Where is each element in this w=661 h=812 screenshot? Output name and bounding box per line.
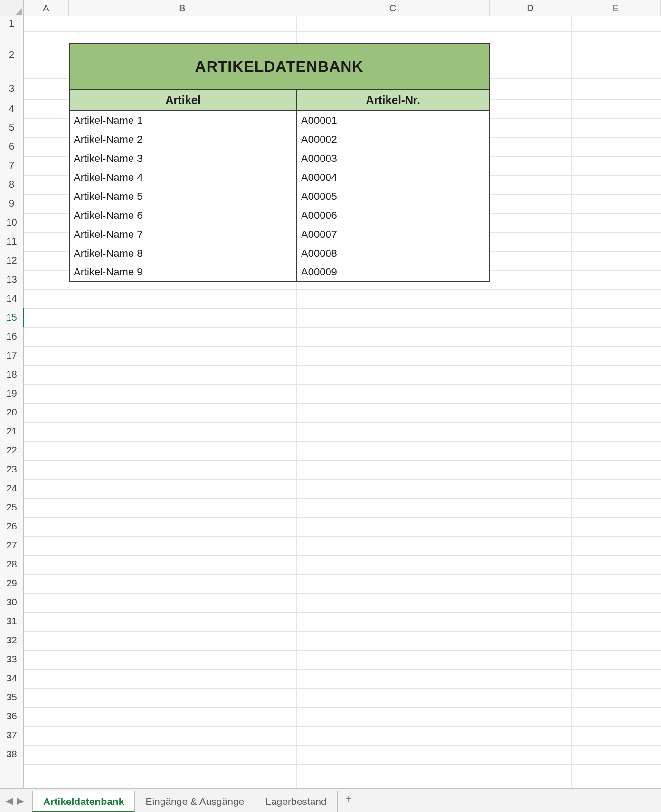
cell-article-name[interactable]: Artikel-Name 8 xyxy=(69,244,296,263)
table-row[interactable]: Artikel-Name 5A00005 xyxy=(69,187,490,206)
sheet-tab[interactable]: Eingänge & Ausgänge xyxy=(135,791,255,812)
row-header-33[interactable]: 33 xyxy=(0,650,23,669)
sheet-nav-buttons: ◀ ▶ xyxy=(0,789,32,812)
row-header-11[interactable]: 11 xyxy=(0,232,23,251)
cell-article-name[interactable]: Artikel-Name 4 xyxy=(69,168,296,187)
select-all-corner[interactable] xyxy=(0,0,24,16)
row-header-9[interactable]: 9 xyxy=(0,194,23,213)
table-row[interactable]: Artikel-Name 2A00002 xyxy=(69,130,490,149)
cell-article-nr[interactable]: A00009 xyxy=(296,263,490,282)
column-header-D[interactable]: D xyxy=(490,0,571,16)
row-header-34[interactable]: 34 xyxy=(0,669,23,688)
sheet-nav-next-icon[interactable]: ▶ xyxy=(17,795,24,806)
sheet-nav-prev-icon[interactable]: ◀ xyxy=(6,795,13,806)
cell-article-nr[interactable]: A00001 xyxy=(296,111,490,130)
row-header-6[interactable]: 6 xyxy=(0,137,23,156)
cell-article-name[interactable]: Artikel-Name 2 xyxy=(69,130,296,149)
row-header-7[interactable]: 7 xyxy=(0,156,23,175)
table-row[interactable]: Artikel-Name 1A00001 xyxy=(69,111,490,130)
row-header-19[interactable]: 19 xyxy=(0,384,23,403)
row-header-14[interactable]: 14 xyxy=(0,289,23,308)
row-headers: 1234567891011121314151617181920212223242… xyxy=(0,16,24,788)
row-header-17[interactable]: 17 xyxy=(0,346,23,365)
table-row[interactable]: Artikel-Name 4A00004 xyxy=(69,168,490,187)
column-headers: ABCDE xyxy=(24,0,661,16)
cell-article-nr[interactable]: A00006 xyxy=(296,206,490,225)
row-header-5[interactable]: 5 xyxy=(0,118,23,137)
row-header-13[interactable]: 13 xyxy=(0,270,23,289)
column-header-B[interactable]: B xyxy=(69,0,296,16)
column-header-article-nr[interactable]: Artikel-Nr. xyxy=(296,90,490,111)
column-header-A[interactable]: A xyxy=(24,0,69,16)
column-header-C[interactable]: C xyxy=(296,0,490,16)
sheet-tab-bar: ◀ ▶ ArtikeldatenbankEingänge & AusgängeL… xyxy=(0,788,661,812)
cell-article-name[interactable]: Artikel-Name 5 xyxy=(69,187,296,206)
table-row[interactable]: Artikel-Name 3A00003 xyxy=(69,149,490,168)
row-header-30[interactable]: 30 xyxy=(0,593,23,612)
row-header-38[interactable]: 38 xyxy=(0,745,23,764)
row-header-18[interactable]: 18 xyxy=(0,365,23,384)
row-header-24[interactable]: 24 xyxy=(0,479,23,498)
cell-article-name[interactable]: Artikel-Name 3 xyxy=(69,149,296,168)
row-header-16[interactable]: 16 xyxy=(0,327,23,346)
row-header-29[interactable]: 29 xyxy=(0,574,23,593)
cell-article-name[interactable]: Artikel-Name 7 xyxy=(69,225,296,244)
table-row[interactable]: Artikel-Name 6A00006 xyxy=(69,206,490,225)
row-header-10[interactable]: 10 xyxy=(0,213,23,232)
column-header-E[interactable]: E xyxy=(571,0,661,16)
cell-article-nr[interactable]: A00004 xyxy=(296,168,490,187)
row-header-36[interactable]: 36 xyxy=(0,707,23,726)
article-database-table: ARTIKELDATENBANK Artikel Artikel-Nr. Art… xyxy=(69,43,490,282)
column-header-article[interactable]: Artikel xyxy=(69,90,296,111)
row-header-12[interactable]: 12 xyxy=(0,251,23,270)
table-row[interactable]: Artikel-Name 8A00008 xyxy=(69,244,490,263)
cell-article-name[interactable]: Artikel-Name 9 xyxy=(69,263,296,282)
row-header-32[interactable]: 32 xyxy=(0,631,23,650)
sheet-tab[interactable]: Artikeldatenbank xyxy=(32,791,135,812)
row-header-25[interactable]: 25 xyxy=(0,498,23,517)
table-title[interactable]: ARTIKELDATENBANK xyxy=(69,43,490,90)
table-row[interactable]: Artikel-Name 9A00009 xyxy=(69,263,490,282)
row-header-3[interactable]: 3 xyxy=(0,78,23,99)
table-row[interactable]: Artikel-Name 7A00007 xyxy=(69,225,490,244)
row-header-1[interactable]: 1 xyxy=(0,16,23,31)
cell-article-nr[interactable]: A00003 xyxy=(296,149,490,168)
sheet-tab[interactable]: Lagerbestand xyxy=(255,791,337,812)
row-header-26[interactable]: 26 xyxy=(0,517,23,536)
row-header-37[interactable]: 37 xyxy=(0,726,23,745)
table-body: Artikel-Name 1A00001Artikel-Name 2A00002… xyxy=(69,111,490,282)
row-header-15[interactable]: 15 xyxy=(0,308,23,327)
row-header-23[interactable]: 23 xyxy=(0,460,23,479)
cell-article-name[interactable]: Artikel-Name 1 xyxy=(69,111,296,130)
cell-article-nr[interactable]: A00008 xyxy=(296,244,490,263)
cell-article-name[interactable]: Artikel-Name 6 xyxy=(69,206,296,225)
cell-article-nr[interactable]: A00007 xyxy=(296,225,490,244)
row-header-21[interactable]: 21 xyxy=(0,422,23,441)
row-header-2[interactable]: 2 xyxy=(0,31,23,78)
row-header-4[interactable]: 4 xyxy=(0,99,23,118)
table-header-row: Artikel Artikel-Nr. xyxy=(69,90,490,111)
grid-area[interactable]: ARTIKELDATENBANK Artikel Artikel-Nr. Art… xyxy=(24,16,661,788)
row-header-20[interactable]: 20 xyxy=(0,403,23,422)
cell-article-nr[interactable]: A00002 xyxy=(296,130,490,149)
row-header-35[interactable]: 35 xyxy=(0,688,23,707)
row-header-31[interactable]: 31 xyxy=(0,612,23,631)
sheet-tabs: ArtikeldatenbankEingänge & AusgängeLager… xyxy=(32,789,338,812)
row-header-28[interactable]: 28 xyxy=(0,555,23,574)
row-header-8[interactable]: 8 xyxy=(0,175,23,194)
row-header-22[interactable]: 22 xyxy=(0,441,23,460)
spreadsheet: ABCDE 1234567891011121314151617181920212… xyxy=(0,0,661,788)
add-sheet-button[interactable]: + xyxy=(338,789,360,810)
row-header-27[interactable]: 27 xyxy=(0,536,23,555)
cell-article-nr[interactable]: A00005 xyxy=(296,187,490,206)
